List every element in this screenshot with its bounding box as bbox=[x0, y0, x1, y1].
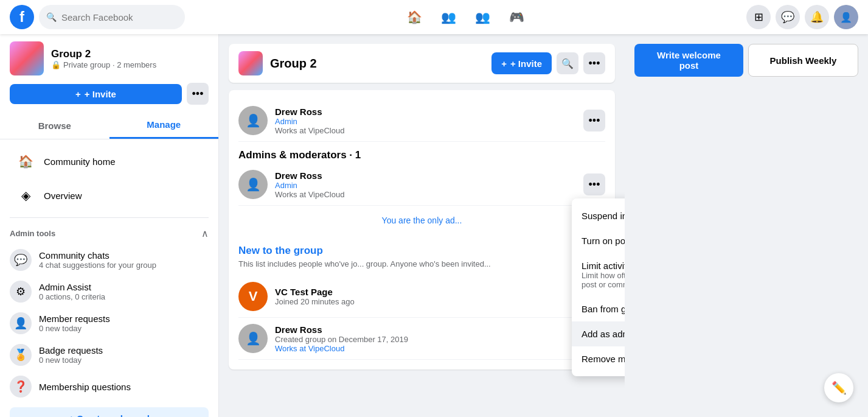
admin-member-more-button[interactable]: ••• bbox=[583, 173, 605, 195]
drew-new-name: Drew Ross bbox=[275, 324, 576, 335]
sidebar-invite-button[interactable]: + + Invite bbox=[10, 84, 182, 104]
context-menu-item-limit-activity[interactable]: Limit activity Limit how often this memb… bbox=[572, 253, 625, 296]
search-icon: 🔍 bbox=[46, 12, 57, 22]
group-meta: 🔒 Private group · 2 members bbox=[51, 60, 156, 69]
sidebar-item-community-chats[interactable]: 💬 Community chats 4 chat suggestions for… bbox=[0, 244, 218, 276]
drew-new-row: 👤 Drew Ross Created group on December 17… bbox=[238, 318, 605, 360]
admin-member-name: Drew Ross bbox=[275, 170, 576, 181]
membership-questions-text: Membership questions bbox=[39, 382, 131, 392]
invite-row: + + Invite ••• bbox=[0, 83, 218, 112]
create-channel-button[interactable]: + Create a channel bbox=[10, 407, 209, 417]
sidebar-item-overview[interactable]: ◈ Overview bbox=[5, 178, 214, 212]
home-icon: 🏠 bbox=[15, 150, 36, 172]
topnav-right: ⊞ 💬 🔔 👤 bbox=[746, 5, 858, 29]
membership-questions-icon: ❓ bbox=[10, 376, 32, 398]
topnav: f 🔍 🏠 👥 👥 🎮 ⊞ 💬 🔔 👤 bbox=[0, 0, 868, 34]
admin-member-badge: Admin bbox=[275, 181, 576, 190]
grid-icon-btn[interactable]: ⊞ bbox=[746, 5, 771, 29]
member-requests-icon: 👤 bbox=[10, 312, 32, 334]
member-avatar-drew-admin: 👤 bbox=[238, 170, 268, 199]
right-sidebar: Write welcome post Publish Weekly bbox=[625, 34, 868, 417]
sidebar-item-admin-assist[interactable]: ⚙ Admin Assist 0 actions, 0 criteria bbox=[0, 276, 218, 307]
bell-icon-btn[interactable]: 🔔 bbox=[805, 5, 829, 29]
plus-icon: + bbox=[75, 89, 81, 99]
drew-new-info: Drew Ross Created group on December 17, … bbox=[275, 324, 576, 353]
community-chats-icon: 💬 bbox=[10, 249, 32, 271]
new-to-group-title[interactable]: New to the group bbox=[238, 245, 605, 257]
member-info: Drew Ross Admin Works at VipeCloud bbox=[275, 107, 576, 135]
messenger-icon-btn[interactable]: 💬 bbox=[776, 5, 800, 29]
drew-new-avatar: 👤 bbox=[238, 324, 268, 353]
only-admin-text: You are the only ad... bbox=[238, 206, 605, 235]
context-menu-item-add-admin[interactable]: Add as admin bbox=[572, 321, 625, 346]
top-bar-actions: + + Invite 🔍 ••• bbox=[491, 52, 605, 74]
vc-member-sub: Joined 20 minutes ago bbox=[275, 297, 576, 306]
invite-top-button[interactable]: + + Invite bbox=[491, 52, 552, 74]
admin-member-info: Drew Ross Admin Works at VipeCloud bbox=[275, 170, 576, 199]
sidebar-item-badge-requests[interactable]: 🏅 Badge requests 0 new today bbox=[0, 339, 218, 371]
admin-member-row: 👤 Drew Ross Admin Works at VipeCloud ••• bbox=[238, 164, 605, 206]
write-welcome-button[interactable]: Write welcome post bbox=[634, 44, 743, 77]
publish-weekly-button[interactable]: Publish Weekly bbox=[748, 44, 858, 77]
group-info: Group 2 🔒 Private group · 2 members bbox=[51, 48, 156, 69]
group-avatar bbox=[10, 41, 44, 75]
gaming-nav-icon[interactable]: 🎮 bbox=[502, 2, 532, 32]
sidebar-item-membership-questions[interactable]: ❓ Membership questions bbox=[0, 371, 218, 402]
search-input[interactable] bbox=[61, 12, 178, 23]
topnav-center: 🏠 👥 👥 🎮 bbox=[185, 2, 746, 32]
vc-avatar: V bbox=[238, 282, 268, 311]
group-top-avatar bbox=[238, 51, 263, 75]
admin-assist-text: Admin Assist 0 actions, 0 criteria bbox=[39, 282, 105, 301]
group-top-name: Group 2 bbox=[270, 57, 484, 71]
home-nav-icon[interactable]: 🏠 bbox=[400, 2, 429, 32]
facebook-logo[interactable]: f bbox=[10, 5, 34, 29]
context-menu-item-remove-member[interactable]: Remove member bbox=[572, 346, 625, 371]
new-to-group-desc: This list includes people who've jo... g… bbox=[238, 259, 605, 268]
sidebar-item-label: Community home bbox=[44, 156, 116, 167]
community-chats-text: Community chats 4 chat suggestions for y… bbox=[39, 250, 156, 270]
vc-member-name: VC Test Page bbox=[275, 287, 576, 297]
member-avatar-drew-top: 👤 bbox=[238, 106, 268, 135]
friends-nav-icon[interactable]: 👥 bbox=[434, 2, 464, 32]
admin-tools-header: Admin tools ∧ bbox=[0, 223, 218, 244]
search-bar[interactable]: 🔍 bbox=[39, 5, 185, 29]
context-menu: Suspend in group Turn on post approval L… bbox=[572, 198, 625, 376]
drew-new-sub2: Works at VipeCloud bbox=[275, 344, 576, 353]
vc-test-page-row: V VC Test Page Joined 20 minutes ago ••• bbox=[238, 276, 605, 318]
chevron-up-icon[interactable]: ∧ bbox=[201, 228, 209, 239]
members-panel: 👤 Drew Ross Admin Works at VipeCloud •••… bbox=[229, 90, 615, 370]
browse-manage-tabs: Browse Manage bbox=[0, 112, 218, 139]
badge-requests-text: Badge requests 0 new today bbox=[39, 345, 103, 365]
sidebar-more-button[interactable]: ••• bbox=[187, 83, 209, 105]
context-menu-item-ban[interactable]: Ban from group bbox=[572, 296, 625, 321]
member-more-button-top[interactable]: ••• bbox=[583, 110, 605, 131]
vc-member-info: VC Test Page Joined 20 minutes ago bbox=[275, 287, 576, 306]
lock-icon: 🔒 bbox=[51, 60, 61, 69]
group-name: Group 2 bbox=[51, 48, 156, 60]
new-to-group-section: New to the group This list includes peop… bbox=[238, 245, 605, 360]
member-sub: Works at VipeCloud bbox=[275, 126, 576, 135]
sidebar-item-community-home[interactable]: 🏠 Community home bbox=[5, 144, 214, 178]
more-top-button[interactable]: ••• bbox=[583, 52, 605, 74]
sidebar-item-member-requests[interactable]: 👤 Member requests 0 new today bbox=[0, 307, 218, 339]
member-row: 👤 Drew Ross Admin Works at VipeCloud ••• bbox=[238, 100, 605, 142]
member-badge: Admin bbox=[275, 117, 576, 126]
context-menu-item-suspend[interactable]: Suspend in group bbox=[572, 203, 625, 228]
member-requests-text: Member requests 0 new today bbox=[39, 314, 110, 333]
action-buttons: Write welcome post Publish Weekly bbox=[634, 44, 858, 77]
search-top-button[interactable]: 🔍 bbox=[557, 52, 578, 74]
left-sidebar: Group 2 🔒 Private group · 2 members + + … bbox=[0, 34, 219, 417]
groups-nav-icon[interactable]: 👥 bbox=[468, 2, 498, 32]
tab-browse[interactable]: Browse bbox=[0, 112, 109, 139]
tab-manage[interactable]: Manage bbox=[109, 112, 219, 139]
main-content: Group 2 + + Invite 🔍 ••• 👤 Drew Ross Adm… bbox=[219, 34, 625, 417]
drew-new-sub: Created group on December 17, 2019 bbox=[275, 335, 576, 344]
edit-fab-button[interactable]: ✏️ bbox=[824, 373, 853, 402]
admins-section-header: Admins & moderators · 1 bbox=[238, 142, 605, 164]
overview-icon: ◈ bbox=[15, 184, 36, 206]
context-menu-item-post-approval[interactable]: Turn on post approval bbox=[572, 228, 625, 253]
user-avatar[interactable]: 👤 bbox=[834, 5, 858, 29]
page-layout: Group 2 🔒 Private group · 2 members + + … bbox=[0, 34, 868, 417]
sidebar-item-label: Overview bbox=[44, 191, 82, 201]
admin-member-sub: Works at VipeCloud bbox=[275, 190, 576, 199]
